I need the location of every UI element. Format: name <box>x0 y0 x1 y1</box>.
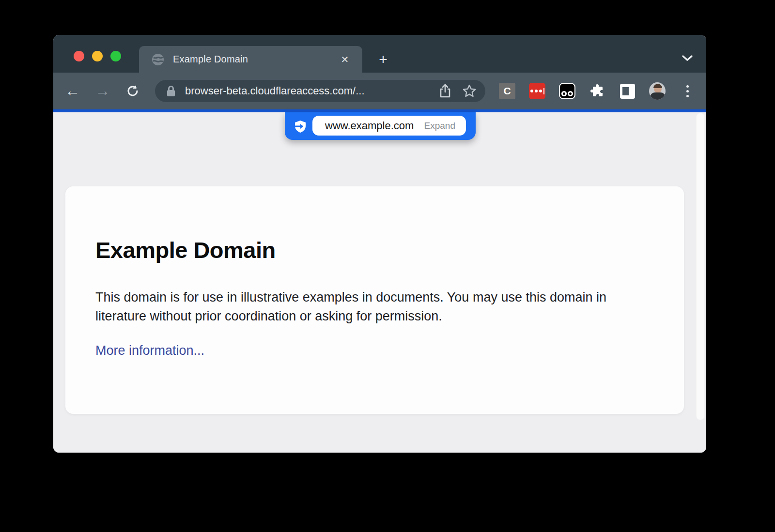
menu-dot-icon <box>686 95 689 97</box>
close-window-button[interactable] <box>74 51 84 61</box>
menu-dot-icon <box>686 90 689 92</box>
isolated-domain-pill[interactable]: www.example.com Expand <box>312 116 466 136</box>
tab-close-icon[interactable]: ✕ <box>338 53 352 66</box>
page-content: www.example.com Expand Example Domain Th… <box>53 112 706 453</box>
profile-button[interactable] <box>649 83 666 99</box>
toolbar: ← → browser-beta.cloudflareaccess.com/..… <box>53 73 706 109</box>
circle-icon <box>561 91 567 96</box>
dark-circles-extension-button[interactable] <box>559 83 575 99</box>
url-text[interactable]: browser-beta.cloudflareaccess.com/... <box>185 85 437 97</box>
back-button[interactable]: ← <box>62 80 83 102</box>
minimize-window-button[interactable] <box>92 51 103 61</box>
tab-title: Example Domain <box>173 54 338 65</box>
example-domain-card: Example Domain This domain is for use in… <box>65 186 684 414</box>
page-paragraph: This domain is for use in illustrative e… <box>95 288 650 326</box>
extension-c-button[interactable]: C <box>499 83 515 99</box>
browser-window: Example Domain ✕ + ← → browser-beta.clou… <box>53 35 706 453</box>
forward-button[interactable]: → <box>92 80 113 102</box>
shield-arrow-icon <box>293 119 308 134</box>
side-panel-icon <box>620 84 635 99</box>
fullscreen-window-button[interactable] <box>110 51 121 61</box>
puzzle-piece-icon <box>589 83 605 99</box>
bookmark-star-button[interactable] <box>461 83 478 99</box>
star-icon <box>462 84 477 98</box>
share-button[interactable] <box>437 83 453 99</box>
dot-icon <box>535 90 538 92</box>
circle-icon <box>568 91 573 96</box>
expand-button[interactable]: Expand <box>424 121 455 131</box>
tab-strip: Example Domain ✕ + <box>53 35 706 73</box>
lock-icon <box>166 85 176 97</box>
browser-menu-button[interactable] <box>679 85 696 97</box>
password-manager-extension-button[interactable] <box>529 83 545 99</box>
side-panel-button[interactable] <box>619 83 636 99</box>
url-bar[interactable]: browser-beta.cloudflareaccess.com/... <box>155 80 485 102</box>
menu-dot-icon <box>686 85 689 88</box>
browser-tab[interactable]: Example Domain ✕ <box>139 46 362 73</box>
share-icon <box>439 84 451 98</box>
dot-icon <box>530 90 533 92</box>
more-information-link[interactable]: More information... <box>95 343 204 358</box>
extensions-row: C <box>499 73 696 109</box>
profile-avatar <box>649 82 666 100</box>
new-tab-button[interactable]: + <box>375 52 391 69</box>
extensions-menu-button[interactable] <box>589 83 605 99</box>
dot-icon <box>539 90 542 92</box>
reload-icon <box>126 84 140 98</box>
vertical-scrollbar[interactable] <box>696 113 705 420</box>
globe-favicon-icon <box>152 53 164 66</box>
cursor-bar-icon <box>543 88 544 94</box>
isolated-domain-banner: www.example.com Expand <box>285 112 476 140</box>
isolated-domain-text: www.example.com <box>325 120 424 132</box>
page-title: Example Domain <box>95 237 650 264</box>
reload-button[interactable] <box>122 80 143 102</box>
tab-search-chevron-icon[interactable] <box>681 54 694 62</box>
window-controls <box>74 51 121 61</box>
